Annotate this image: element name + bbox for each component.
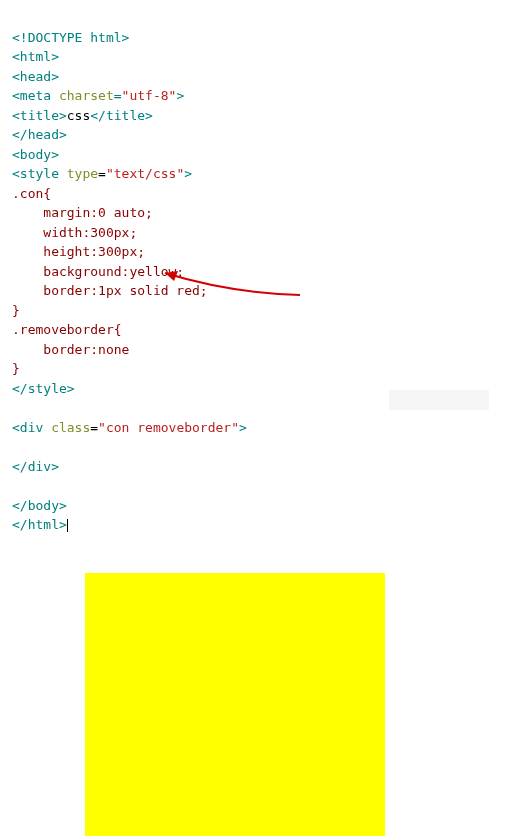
code-line: </div> <box>12 459 59 474</box>
code-line: .con{ <box>12 186 51 201</box>
text-cursor <box>67 519 68 532</box>
code-line: margin:0 auto; <box>12 205 153 220</box>
demo-yellow-box <box>85 573 385 837</box>
code-line: width:300px; <box>12 225 137 240</box>
code-line: <style type="text/css"> <box>12 166 192 181</box>
code-line: height:300px; <box>12 244 145 259</box>
code-line: } <box>12 303 20 318</box>
code-line: <!DOCTYPE html> <box>12 30 129 45</box>
code-line: <head> <box>12 69 59 84</box>
code-line: } <box>12 361 20 376</box>
code-line: </body> <box>12 498 67 513</box>
code-block: <!DOCTYPE html> <html> <head> <meta char… <box>0 0 507 543</box>
code-line: border:1px solid red; <box>12 283 208 298</box>
code-line: border:none <box>12 342 129 357</box>
code-line: </head> <box>12 127 67 142</box>
code-line: background:yellow; <box>12 264 184 279</box>
code-line: <meta charset="utf-8"> <box>12 88 184 103</box>
code-line: .removeborder{ <box>12 322 122 337</box>
code-line: <title>css</title> <box>12 108 153 123</box>
code-line: <div class="con removeborder"> <box>12 420 247 435</box>
code-line: </style> <box>12 381 75 396</box>
placeholder-box <box>389 390 489 410</box>
code-line: <body> <box>12 147 59 162</box>
code-line: </html> <box>12 517 68 532</box>
code-line: <html> <box>12 49 59 64</box>
